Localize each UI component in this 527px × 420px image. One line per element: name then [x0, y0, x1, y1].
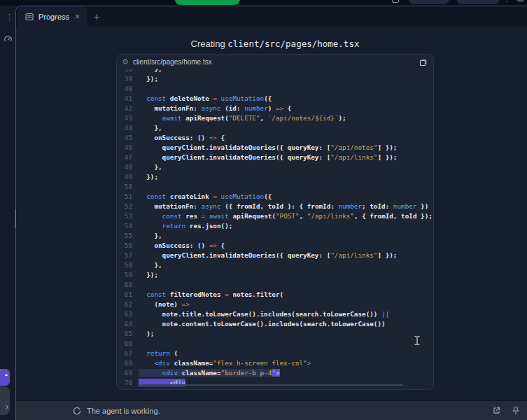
code-line: 70 <div	[117, 378, 434, 388]
line-number: 42	[117, 104, 132, 113]
code-line: 62 (note) =>	[117, 300, 434, 309]
mouse-cursor-ibeam	[414, 335, 421, 349]
code-line: 66	[117, 339, 434, 349]
line-number: 51	[117, 192, 132, 202]
code-line: 51 const createLink = useMutation({	[117, 192, 434, 202]
left-rail: ⋮	[0, 6, 15, 420]
line-number: 45	[117, 133, 132, 143]
code-line: 59 });	[117, 270, 434, 280]
overflow-menu-icon[interactable]: ⋮	[503, 0, 510, 3]
line-number: 47	[117, 153, 132, 162]
code-text: return res.json();	[139, 221, 232, 231]
line-number: 38	[117, 69, 132, 74]
pin-icon[interactable]	[512, 406, 520, 415]
code-line: 60	[117, 280, 434, 290]
code-line: 67 return (	[117, 349, 434, 358]
code-text: },	[139, 260, 162, 270]
avatar[interactable]	[515, 0, 526, 2]
code-text: mutationFn: async (id: number) => {	[139, 104, 291, 113]
code-text: });	[139, 74, 158, 84]
new-tab-button[interactable]: +	[87, 6, 106, 27]
horizontal-scrollbar[interactable]	[139, 384, 403, 386]
code-text: <div className="flex h-screen flex-col">	[139, 358, 311, 368]
progress-tab-icon	[25, 13, 34, 21]
line-number: 69	[117, 368, 132, 378]
code-line: 38 },	[117, 69, 434, 74]
rail-menu-icon[interactable]: ⋮	[6, 15, 10, 19]
history-icon[interactable]	[392, 0, 399, 3]
code-text: <div className="border-b p-4">	[139, 368, 280, 378]
line-number: 40	[117, 84, 132, 94]
code-text: },	[139, 123, 162, 133]
floating-purple-icon	[5, 374, 8, 376]
code-text: const deleteNote = useMutation({	[139, 94, 272, 104]
code-line: 46 queryClient.invalidateQueries({ query…	[117, 143, 434, 153]
status-message: The agent is working.	[87, 407, 160, 415]
code-text: },	[139, 231, 162, 241]
code-line: 44 },	[117, 123, 434, 133]
line-number: 55	[117, 231, 132, 241]
line-number: 50	[117, 182, 132, 192]
code-text: onSuccess: () => {	[139, 133, 225, 143]
floating-panel-corner[interactable]: ›	[0, 386, 10, 415]
chevron-right-icon: ›	[6, 402, 8, 411]
line-number: 63	[117, 309, 132, 319]
code-text: return (	[139, 349, 178, 358]
gear-icon: ⚙	[122, 58, 129, 66]
code-text: <div	[139, 378, 185, 388]
line-number: 61	[117, 290, 132, 300]
tab-close-icon[interactable]: ×	[74, 13, 80, 21]
deploy-button[interactable]: Deploy	[456, 0, 500, 4]
code-text: const createLink = useMutation({	[139, 192, 272, 202]
code-line: 52 mutationFn: async ({ fromId, toId }: …	[117, 202, 434, 211]
code-text: mutationFn: async ({ fromId, toId }: { f…	[139, 202, 428, 211]
code-text: },	[139, 69, 162, 74]
floating-purple-button[interactable]	[0, 369, 10, 386]
code-line: 68 <div className="flex h-screen flex-co…	[117, 358, 434, 368]
line-number: 62	[117, 300, 132, 309]
line-number: 64	[117, 319, 132, 329]
code-line: 47 queryClient.invalidateQueries({ query…	[117, 153, 434, 162]
tab-progress[interactable]: Progress ×	[18, 6, 87, 27]
line-number: 68	[117, 358, 132, 368]
code-lines: 38 },39 });4041 const deleteNote = useMu…	[117, 69, 434, 388]
page-title-path: client/src/pages/home.tsx	[227, 38, 359, 49]
code-line: 54 return res.json();	[117, 221, 434, 231]
code-text: queryClient.invalidateQueries({ queryKey…	[139, 153, 397, 162]
code-text: (note) =>	[139, 300, 190, 309]
top-bar: ▶ Run Invite Deploy ⋮	[0, 0, 527, 6]
code-line: 39 });	[117, 74, 434, 84]
pane-resize-handle[interactable]	[15, 209, 16, 228]
code-line: 41 const deleteNote = useMutation({	[117, 94, 434, 104]
line-number: 44	[117, 123, 132, 133]
code-line: 50	[117, 182, 434, 192]
copy-button[interactable]	[419, 58, 428, 66]
line-number: 54	[117, 221, 132, 231]
open-in-new-pane-icon[interactable]	[492, 406, 501, 415]
invite-button[interactable]: Invite	[409, 0, 449, 4]
main-pane: Progress × + Creating client/src/pages/h…	[15, 6, 527, 420]
code-line: 57 queryClient.invalidateQueries({ query…	[117, 251, 434, 260]
line-number: 70	[117, 378, 132, 388]
code-text: const filteredNotes = notes.filter(	[139, 290, 283, 300]
code-line: 56 onSuccess: () => {	[117, 241, 434, 251]
gauge-icon[interactable]	[3, 34, 13, 46]
code-text: queryClient.invalidateQueries({ queryKey…	[139, 143, 397, 153]
code-line: 49 });	[117, 172, 434, 182]
code-line: 45 onSuccess: () => {	[117, 133, 434, 143]
line-number: 48	[117, 162, 132, 172]
page-title: Creating client/src/pages/home.tsx	[116, 38, 434, 49]
code-file-path: client/src/pages/home.tsx	[133, 58, 212, 66]
code-line: 42 mutationFn: async (id: number) => {	[117, 104, 434, 113]
line-number: 60	[117, 280, 132, 290]
code-text: });	[139, 172, 158, 182]
run-button[interactable]: ▶ Run	[175, 0, 240, 5]
spinner-icon	[73, 407, 81, 415]
line-number: 59	[117, 270, 132, 280]
line-number: 43	[117, 113, 132, 123]
line-number: 67	[117, 349, 132, 358]
line-number: 39	[117, 74, 132, 84]
code-editor[interactable]: 38 },39 });4041 const deleteNote = useMu…	[117, 69, 434, 390]
tab-bar: Progress × +	[16, 6, 527, 27]
code-line: 61 const filteredNotes = notes.filter(	[117, 290, 434, 300]
